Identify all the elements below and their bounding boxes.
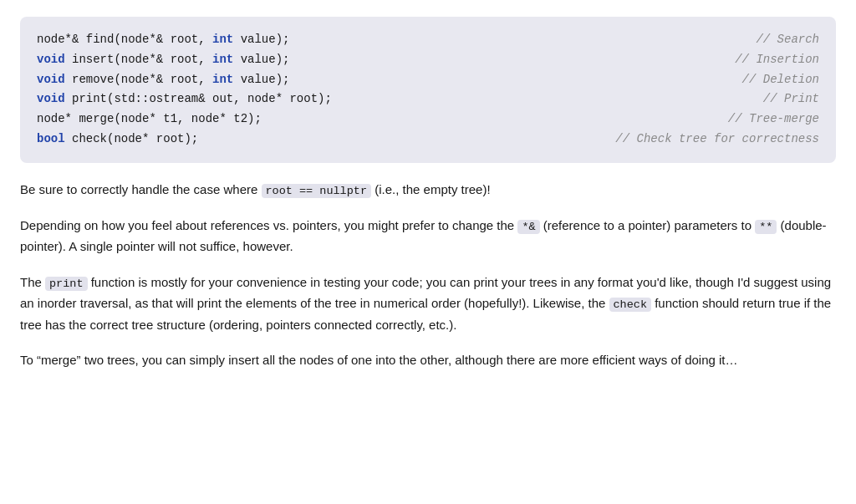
code-right-6: // Check tree for correctness	[615, 130, 819, 150]
code-line-5: node* merge(node* t1, node* t2); // Tree…	[37, 109, 819, 130]
paragraph-1-text-start: Be sure to correctly handle the case whe…	[20, 182, 262, 196]
paragraph-3: The print function is mostly for your co…	[20, 272, 836, 335]
code-block: node*& find(node*& root, int value); // …	[20, 17, 836, 163]
code-line-2: void insert(node*& root, int value); // …	[37, 50, 819, 70]
code-right-2: // Insertion	[735, 50, 819, 70]
paragraph-2-text-start: Depending on how you feel about referenc…	[20, 218, 517, 232]
code-right-1: // Search	[756, 30, 819, 50]
paragraph-1-text-end: (i.e., the empty tree)!	[371, 182, 491, 196]
inline-code-double-ptr: **	[755, 220, 777, 234]
paragraph-2-text-mid: (reference to a pointer) parameters to	[540, 218, 756, 232]
code-right-5: // Tree-merge	[728, 109, 819, 130]
code-right-3: // Deletion	[742, 70, 819, 90]
inline-code-nullptr: root == nullptr	[262, 184, 372, 198]
paragraph-2: Depending on how you feel about referenc…	[20, 216, 836, 257]
code-right-4: // Print	[763, 89, 819, 109]
inline-code-print: print	[45, 277, 88, 291]
paragraph-3-text-start: The	[20, 275, 45, 289]
paragraph-4: To “merge” two trees, you can simply ins…	[20, 350, 836, 371]
inline-code-check: check	[609, 298, 652, 312]
code-left-5: node* merge(node* t1, node* t2);	[37, 109, 262, 130]
code-left-3: void remove(node*& root, int value);	[37, 70, 289, 90]
code-left-4: void print(std::ostream& out, node* root…	[37, 89, 332, 109]
code-line-1: node*& find(node*& root, int value); // …	[37, 30, 819, 50]
paragraph-4-text: To “merge” two trees, you can simply ins…	[20, 353, 738, 367]
code-left-1: node*& find(node*& root, int value);	[37, 30, 289, 50]
inline-code-ref: *&	[517, 220, 539, 234]
code-line-3: void remove(node*& root, int value); // …	[37, 70, 819, 90]
code-line-4: void print(std::ostream& out, node* root…	[37, 89, 819, 109]
paragraph-1: Be sure to correctly handle the case whe…	[20, 180, 836, 201]
code-left-2: void insert(node*& root, int value);	[37, 50, 289, 70]
code-left-6: bool check(node* root);	[37, 130, 198, 150]
code-line-6: bool check(node* root); // Check tree fo…	[37, 130, 819, 150]
